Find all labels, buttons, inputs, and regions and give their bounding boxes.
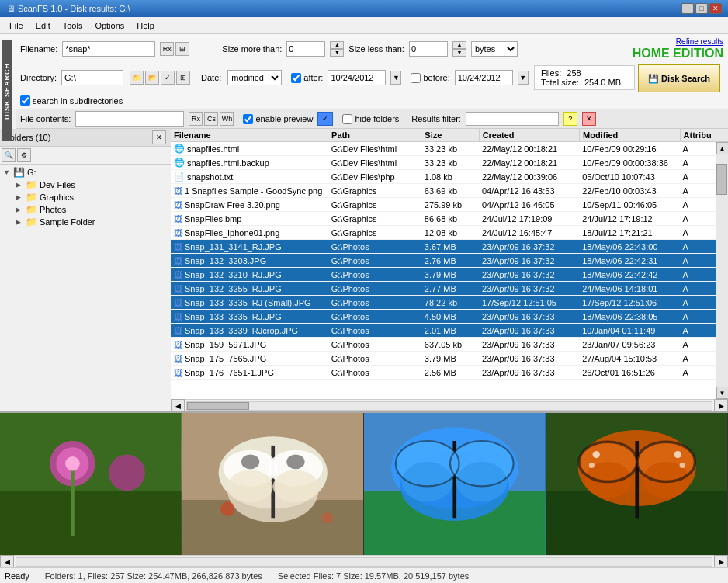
bottom-scroll-right[interactable]: ▶ bbox=[714, 555, 728, 569]
minimize-button[interactable]: ─ bbox=[681, 3, 694, 14]
table-row[interactable]: 🖼 Snap_133_3339_RJcrop.JPG G:\Photos 2.0… bbox=[171, 324, 716, 338]
size-more-down[interactable]: ▼ bbox=[330, 49, 344, 57]
disk-search-button[interactable]: 💾 Disk Search bbox=[638, 64, 720, 92]
horiz-thumb[interactable] bbox=[187, 402, 249, 410]
menu-edit[interactable]: Edit bbox=[29, 19, 57, 32]
date-after-input[interactable] bbox=[328, 70, 386, 85]
col-filename[interactable]: Filename bbox=[171, 129, 328, 141]
table-row[interactable]: 🖼 Snap_133_3335_RJ.JPG G:\Photos 4.50 MB… bbox=[171, 310, 716, 324]
hide-folders-checkbox[interactable] bbox=[342, 114, 352, 124]
horiz-track[interactable] bbox=[186, 401, 712, 411]
maximize-button[interactable]: □ bbox=[695, 3, 708, 14]
table-row[interactable]: 🖼 Snap_176_7651-1.JPG G:\Photos 2.56 MB … bbox=[171, 366, 716, 380]
menu-options[interactable]: Options bbox=[88, 19, 130, 32]
scroll-up-btn[interactable]: ▲ bbox=[716, 142, 729, 154]
tree-item-sample-folder[interactable]: ▶ 📁 Sample Folder bbox=[14, 216, 169, 228]
dir-btn2[interactable]: 📂 bbox=[145, 71, 159, 85]
folders-close-btn[interactable]: ✕ bbox=[152, 130, 166, 144]
col-size[interactable]: Size bbox=[421, 129, 479, 141]
date-after-checkbox[interactable] bbox=[291, 73, 301, 83]
filename-btn2[interactable]: ⊞ bbox=[175, 42, 189, 56]
table-row[interactable]: 🖼 1 Snapfiles Sample - GoodSync.png G:\G… bbox=[171, 184, 716, 198]
tree-item-dev-files[interactable]: ▶ 📁 Dev Files bbox=[14, 179, 169, 191]
content-main: Folders (10) ✕ 🔍 ⚙ ▼ 💾 G: ▶ 📁 De bbox=[0, 129, 728, 411]
refine-results-link[interactable]: Refine results bbox=[676, 37, 723, 46]
size-less-down[interactable]: ▼ bbox=[452, 49, 466, 57]
bottom-horiz-track[interactable] bbox=[16, 557, 712, 567]
cell-attr: A bbox=[679, 186, 716, 196]
table-row[interactable]: 📄 snapshot.txt G:\Dev Files\php 1.08 kb … bbox=[171, 170, 716, 184]
table-row[interactable]: 🖼 Snap_132_3203.JPG G:\Photos 2.76 MB 23… bbox=[171, 254, 716, 268]
file-type-icon: 🖼 bbox=[174, 242, 182, 252]
menu-help[interactable]: Help bbox=[130, 19, 161, 32]
folder-filter-btn[interactable]: ⚙ bbox=[17, 148, 31, 162]
file-list-header: Filename Path Size Created Modified Attr… bbox=[171, 129, 728, 142]
table-row[interactable]: 🖼 Snap_132_3255_RJ.JPG G:\Photos 2.77 MB… bbox=[171, 282, 716, 296]
dir-browse-btn[interactable]: 📁 bbox=[130, 71, 144, 85]
tree-label: Photos bbox=[40, 205, 66, 214]
bottom-scroll-left[interactable]: ◀ bbox=[0, 555, 14, 569]
table-row[interactable]: 🖼 SnapDraw Free 3.20.png G:\Graphics 275… bbox=[171, 198, 716, 212]
results-filter-input[interactable] bbox=[466, 112, 559, 126]
col-created[interactable]: Created bbox=[480, 129, 580, 141]
table-row[interactable]: 🖼 Snap_159_5971.JPG G:\Photos 637.05 kb … bbox=[171, 338, 716, 352]
cell-path: G:\Graphics bbox=[328, 227, 421, 238]
file-type-icon: 🖼 bbox=[174, 354, 182, 363]
size-less-input[interactable] bbox=[409, 41, 448, 57]
col-path[interactable]: Path bbox=[328, 129, 421, 141]
tree-item-photos[interactable]: ▶ 📁 Photos bbox=[14, 203, 169, 216]
table-row[interactable]: 🖼 Snap_133_3335_RJ (Small).JPG G:\Photos… bbox=[171, 296, 716, 310]
cell-created: 23/Apr/09 16:37:33 bbox=[479, 325, 579, 336]
subdirs-checkbox[interactable] bbox=[20, 95, 30, 106]
cell-created: 23/Apr/09 16:37:33 bbox=[479, 353, 579, 364]
size-less-up[interactable]: ▲ bbox=[452, 41, 466, 49]
preview-toggle-btn[interactable]: ✓ bbox=[317, 112, 333, 126]
date-before-input[interactable] bbox=[455, 70, 513, 85]
menu-file[interactable]: File bbox=[3, 19, 29, 32]
table-row[interactable]: 🖼 Snap_175_7565.JPG G:\Photos 3.79 MB 23… bbox=[171, 352, 716, 366]
scroll-thumb[interactable] bbox=[716, 164, 727, 195]
filter-clear-btn[interactable]: ✕ bbox=[582, 112, 596, 126]
dir-checkbox[interactable]: ✓ bbox=[161, 71, 175, 85]
col-attrib[interactable]: Attribu bbox=[681, 129, 717, 141]
search-row1: Filename: Rx ⊞ Size more than: ▲ ▼ Size … bbox=[20, 37, 723, 60]
scroll-track[interactable] bbox=[716, 154, 729, 387]
bottom-horiz-scroll: ◀ ▶ bbox=[0, 555, 728, 567]
table-row[interactable]: 🖼 SnapFiles_Iphone01.png G:\Graphics 12.… bbox=[171, 226, 716, 240]
table-row[interactable]: 🌐 snapfiles.html.backup G:\Dev Files\htm… bbox=[171, 156, 716, 170]
fc-btn2[interactable]: Cs bbox=[204, 112, 218, 126]
table-row[interactable]: 🖼 SnapFiles.bmp G:\Graphics 86.68 kb 24/… bbox=[171, 212, 716, 226]
tree-item-graphics[interactable]: ▶ 📁 Graphics bbox=[14, 191, 169, 203]
directory-input[interactable] bbox=[61, 70, 123, 85]
menu-tools[interactable]: Tools bbox=[57, 19, 89, 32]
size-more-up[interactable]: ▲ bbox=[330, 41, 344, 49]
size-unit-select[interactable]: bytes kb MB bbox=[471, 41, 518, 57]
size-more-input[interactable] bbox=[286, 41, 325, 57]
filter-help-btn[interactable]: ? bbox=[563, 112, 577, 126]
scroll-right-btn[interactable]: ▶ bbox=[714, 399, 728, 412]
date-before-picker[interactable]: ▼ bbox=[518, 71, 529, 85]
date-before-label: before: bbox=[411, 73, 449, 83]
fc-btn3[interactable]: Wh bbox=[220, 112, 234, 126]
table-row[interactable]: 🖼 Snap_132_3210_RJ.JPG G:\Photos 3.79 MB… bbox=[171, 268, 716, 282]
close-button[interactable]: ✕ bbox=[709, 3, 722, 14]
col-spacer bbox=[716, 129, 728, 141]
filename-btn1[interactable]: Rx bbox=[160, 42, 174, 56]
date-type-select[interactable]: modified created accessed bbox=[227, 70, 282, 85]
folder-search-btn[interactable]: 🔍 bbox=[2, 148, 16, 162]
fc-btn1[interactable]: Rx bbox=[189, 112, 203, 126]
scroll-left-btn[interactable]: ◀ bbox=[171, 399, 185, 412]
dir-btn3[interactable]: ⊞ bbox=[176, 71, 190, 85]
enable-preview-checkbox[interactable] bbox=[243, 114, 253, 124]
col-modified[interactable]: Modified bbox=[580, 129, 680, 141]
cell-created: 22/May/12 00:18:21 bbox=[479, 144, 579, 154]
date-after-picker[interactable]: ▼ bbox=[390, 71, 401, 85]
folder-icon: 📁 bbox=[26, 217, 37, 227]
file-contents-input[interactable] bbox=[75, 111, 184, 127]
table-row[interactable]: 🖼 Snap_131_3141_RJ.JPG G:\Photos 3.67 MB… bbox=[171, 240, 716, 254]
filename-input[interactable] bbox=[62, 41, 155, 57]
tree-item-drive-g[interactable]: ▼ 💾 G: bbox=[2, 166, 169, 179]
table-row[interactable]: 🌐 snapfiles.html G:\Dev Files\html 33.23… bbox=[171, 142, 716, 156]
scroll-down-btn[interactable]: ▼ bbox=[716, 387, 729, 399]
date-before-checkbox[interactable] bbox=[411, 73, 421, 83]
